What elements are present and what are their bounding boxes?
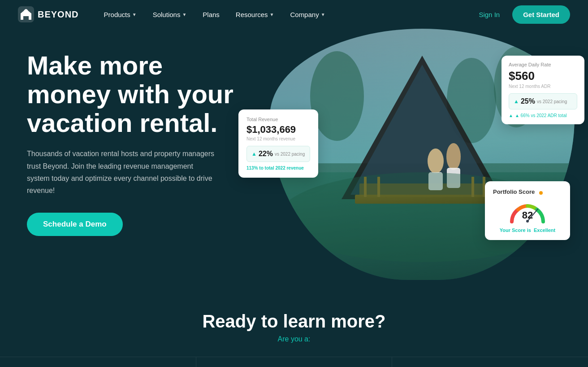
- nav-plans[interactable]: Plans: [195, 7, 227, 22]
- revenue-change-value: 22%: [259, 150, 273, 158]
- revenue-change-box: ▲ 22% vs 2022 pacing: [246, 146, 310, 162]
- adr-card: Average Daily Rate $560 Next 12 months A…: [502, 56, 584, 124]
- nav-products[interactable]: Products ▼: [97, 7, 144, 22]
- hero-right: Total Revenue $1,033,669 Next 12 months …: [229, 29, 588, 289]
- nav-resources[interactable]: Resources ▼: [229, 7, 281, 22]
- nav-right: Sign In Get Started: [473, 5, 570, 24]
- info-icon: [539, 191, 543, 195]
- roles-row: Host › Property Manager ›: [0, 357, 588, 367]
- role-property-manager[interactable]: Property Manager ›: [196, 357, 392, 367]
- portfolio-card-title: Portfolio Score: [493, 188, 535, 195]
- svg-point-14: [428, 149, 444, 174]
- hero-headline: Make more money with your vacation renta…: [27, 51, 242, 137]
- arrow-up-icon: ▲: [251, 151, 257, 157]
- schedule-demo-button[interactable]: Schedule a Demo: [27, 213, 123, 236]
- brand-name: BEYOND: [38, 9, 79, 20]
- hero-left: Make more money with your vacation renta…: [27, 47, 242, 236]
- adr-change-value: 25%: [521, 97, 535, 105]
- logo[interactable]: BEYOND: [18, 6, 79, 22]
- arrow-up-icon: ▲: [514, 98, 519, 105]
- adr-card-value: $560: [509, 69, 577, 83]
- chevron-down-icon: ▼: [321, 12, 325, 17]
- adr-card-title: Average Daily Rate: [509, 62, 577, 67]
- revenue-card-title: Total Revenue: [246, 117, 310, 122]
- svg-point-2: [310, 51, 364, 141]
- portfolio-score-label: Excellent: [534, 227, 555, 233]
- adr-card-subtitle: Next 12 months ADR: [509, 84, 577, 89]
- role-host[interactable]: Host ›: [0, 357, 196, 367]
- adr-change-box: ▲ 25% vs 2022 pacing: [509, 93, 577, 109]
- nav-company[interactable]: Company ▼: [283, 7, 332, 22]
- portfolio-card: Portfolio Score: [485, 181, 570, 240]
- hero-section: Make more money with your vacation renta…: [0, 29, 588, 289]
- chevron-down-icon: ▼: [132, 12, 137, 17]
- portfolio-score: 82: [522, 210, 533, 221]
- gauge-chart: 82: [507, 201, 548, 224]
- arrow-up-icon: ▲: [509, 113, 513, 118]
- bottom-section: Ready to learn more? Are you a: Host ›: [0, 289, 588, 367]
- revenue-card-subtitle: Next 12 months revenue: [246, 136, 310, 141]
- ready-heading: Ready to learn more?: [0, 311, 588, 332]
- chevron-down-icon: ▼: [182, 12, 186, 17]
- revenue-card: Total Revenue $1,033,669 Next 12 months …: [238, 109, 318, 178]
- adr-change-label: vs 2022 pacing: [537, 99, 567, 104]
- chevron-down-icon: ▼: [270, 12, 274, 17]
- revenue-card-footer: 113% to total 2022 revenue: [246, 166, 310, 170]
- navbar: BEYOND Products ▼ Solutions ▼ Plans Reso…: [0, 0, 588, 29]
- get-started-button[interactable]: Get Started: [512, 5, 570, 24]
- sign-in-link[interactable]: Sign In: [473, 7, 505, 22]
- adr-badge-text: ▲ 66% vs 2022 ADR total: [515, 113, 567, 118]
- ready-subheading: Are you a:: [0, 335, 588, 343]
- nav-solutions[interactable]: Solutions ▼: [146, 7, 194, 22]
- svg-point-15: [446, 143, 461, 170]
- adr-badge: ▲ ▲ 66% vs 2022 ADR total: [509, 113, 577, 118]
- hero-subtext: Thousands of vacation rental hosts and p…: [27, 148, 215, 197]
- revenue-card-value: $1,033,669: [246, 124, 310, 135]
- role-revenue-manager[interactable]: Revenue Manager ›: [392, 357, 588, 367]
- portfolio-footer: Your Score is Excellent: [493, 227, 562, 233]
- nav-links: Products ▼ Solutions ▼ Plans Resources ▼…: [97, 7, 474, 22]
- revenue-change-label: vs 2022 pacing: [275, 152, 305, 157]
